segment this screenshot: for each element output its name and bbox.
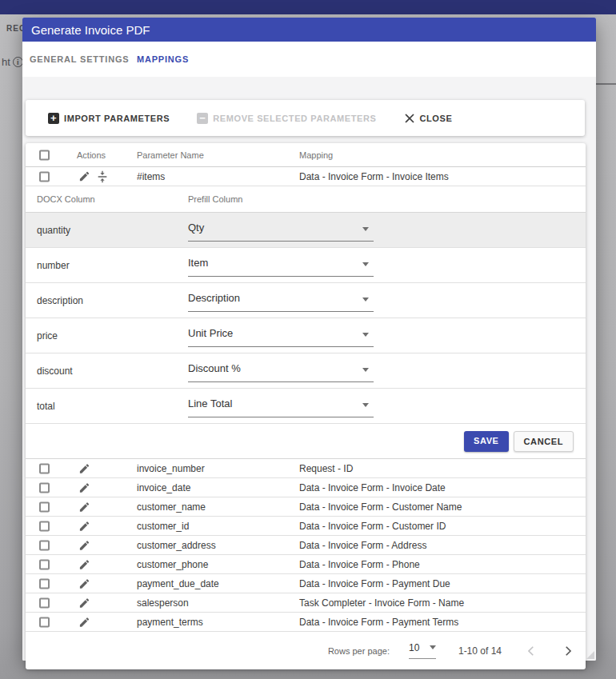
parameter-name: customer_id [137, 521, 189, 532]
parameter-mapping: Request - ID [299, 463, 353, 474]
prefill-column-select[interactable]: Line Total [188, 394, 374, 417]
rows-per-page-label: Rows per page: [328, 646, 390, 656]
column-header-mapping: Mapping [299, 150, 333, 160]
table-row: invoice_date Data - Invoice Form - Invoi… [26, 478, 586, 497]
tab-bar: GENERAL SETTINGS MAPPINGS [22, 42, 596, 77]
edit-pencil-icon[interactable] [78, 170, 90, 182]
table-row: payment_due_date Data - Invoice Form - P… [26, 574, 586, 593]
close-icon [405, 114, 414, 123]
parameter-mapping: Task Completer - Invoice Form - Name [299, 597, 464, 609]
docx-column-label: total [37, 401, 55, 412]
parameter-name: invoice_number [137, 463, 205, 474]
edit-pencil-icon[interactable] [78, 501, 90, 513]
import-parameters-button[interactable]: + IMPORT PARAMETERS [48, 113, 170, 124]
cancel-button[interactable]: CANCEL [514, 431, 574, 452]
row-checkbox[interactable] [39, 540, 50, 550]
parameter-mapping: Data - Invoice Form - Invoice Items [299, 171, 449, 182]
dialog-title: Generate Invoice PDF [31, 23, 150, 37]
row-checkbox[interactable] [39, 501, 50, 512]
subtable-row: price Unit Price [26, 318, 586, 353]
table-row: payment_terms Data - Invoice Form - Paym… [26, 613, 586, 632]
row-checkbox[interactable] [39, 171, 50, 182]
column-header-prefill: Prefill Column [188, 194, 242, 204]
save-button[interactable]: SAVE [464, 431, 509, 452]
parameter-mapping: Data - Invoice Form - Customer ID [299, 521, 446, 532]
edit-pencil-icon[interactable] [78, 462, 90, 474]
next-page-button[interactable] [561, 644, 575, 658]
dialog-header: Generate Invoice PDF [22, 18, 596, 42]
chevron-down-icon [362, 298, 369, 302]
column-header-actions: Actions [77, 150, 106, 160]
parameter-mapping: Data - Invoice Form - Phone [299, 559, 420, 570]
subtable-row: description Description [26, 283, 586, 318]
chevron-down-icon [430, 645, 436, 649]
subtable-row: quantity Qty [26, 213, 586, 248]
chevron-down-icon [362, 333, 369, 337]
edit-pencil-icon[interactable] [78, 597, 90, 609]
table-row: customer_address Data - Invoice Form - A… [26, 536, 586, 555]
prefill-column-select[interactable]: Unit Price [188, 324, 374, 347]
chevron-down-icon [362, 368, 369, 372]
table-row: customer_id Data - Invoice Form - Custom… [26, 517, 586, 536]
table-row: customer_name Data - Invoice Form - Cust… [26, 497, 586, 517]
chevron-down-icon [362, 403, 369, 407]
dialog-resize-handle[interactable] [586, 651, 594, 659]
parameter-mapping: Data - Invoice Form - Payment Terms [299, 617, 458, 628]
edit-pencil-icon[interactable] [78, 577, 90, 589]
prefill-column-select[interactable]: Discount % [188, 359, 374, 382]
table-header-row: Actions Parameter Name Mapping [26, 143, 586, 167]
subtable-row: number Item [26, 248, 586, 283]
minus-box-icon: − [197, 113, 208, 124]
background-divider [595, 83, 616, 85]
prefill-column-select[interactable]: Item [188, 254, 374, 277]
row-checkbox[interactable] [39, 482, 50, 493]
close-button[interactable]: CLOSE [405, 114, 452, 123]
subtable-footer: SAVE CANCEL [26, 424, 586, 459]
docx-column-label: number [37, 260, 70, 271]
prefill-column-select[interactable]: Qty [188, 218, 374, 242]
docx-column-label: price [37, 330, 58, 341]
parameter-name: #items [137, 171, 165, 182]
parameter-name: invoice_date [137, 482, 190, 493]
row-checkbox[interactable] [39, 559, 50, 569]
edit-pencil-icon[interactable] [78, 539, 90, 551]
rows-per-page-select[interactable]: 10 [409, 642, 436, 659]
pagination-range: 1-10 of 14 [458, 645, 502, 657]
column-header-docx: DOCX Column [37, 194, 95, 204]
remove-selected-parameters-button[interactable]: − REMOVE SELECTED PARAMETERS [197, 113, 376, 124]
edit-pencil-icon[interactable] [78, 481, 90, 493]
subtable-row: total Line Total [26, 389, 586, 424]
edit-pencil-icon[interactable] [78, 558, 90, 570]
parameter-name: payment_terms [137, 617, 203, 628]
subtable-row: discount Discount % [26, 353, 586, 389]
chevron-down-icon [362, 227, 369, 231]
row-checkbox[interactable] [39, 617, 50, 627]
row-checkbox[interactable] [39, 578, 50, 589]
row-checkbox[interactable] [39, 521, 50, 531]
edit-pencil-icon[interactable] [78, 616, 90, 628]
edit-pencil-icon[interactable] [78, 520, 90, 532]
docx-column-label: description [37, 295, 83, 306]
tab-mappings[interactable]: MAPPINGS [130, 42, 196, 77]
prefill-column-select[interactable]: Description [188, 289, 374, 312]
parameter-name: customer_address [137, 540, 216, 551]
select-all-checkbox[interactable] [39, 150, 50, 160]
row-checkbox[interactable] [39, 597, 50, 608]
tab-general-settings[interactable]: GENERAL SETTINGS [30, 42, 129, 77]
vertical-align-center-icon[interactable] [96, 170, 109, 183]
parameter-name: customer_phone [137, 559, 208, 570]
table-row-items: #items Data - Invoice Form - Invoice Ite… [26, 167, 586, 186]
parameter-mapping: Data - Invoice Form - Customer Name [299, 501, 462, 513]
chevron-down-icon [362, 262, 369, 266]
row-checkbox[interactable] [39, 463, 50, 473]
dialog-body: + IMPORT PARAMETERS − REMOVE SELECTED PA… [22, 77, 596, 661]
table-row: customer_phone Data - Invoice Form - Pho… [26, 555, 586, 574]
parameter-mapping: Data - Invoice Form - Invoice Date [299, 482, 446, 493]
parameter-name: payment_due_date [137, 578, 219, 589]
docx-column-label: quantity [37, 225, 70, 236]
parameter-mapping: Data - Invoice Form - Payment Due [299, 578, 450, 589]
plus-box-icon: + [48, 113, 59, 124]
previous-page-button[interactable] [524, 644, 538, 658]
background-app-bar [0, 0, 616, 14]
docx-column-label: discount [37, 365, 73, 377]
